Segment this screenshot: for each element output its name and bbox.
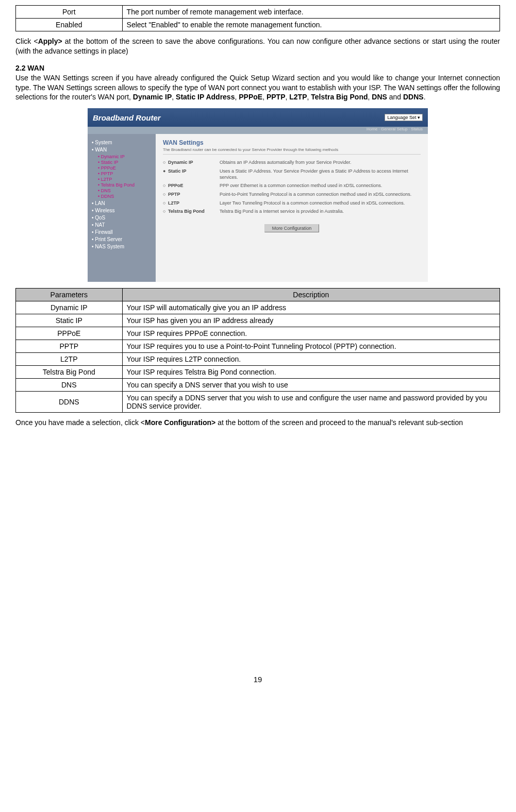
- wan-option-desc: Point-to-Point Tunneling Protocol is a c…: [220, 192, 421, 198]
- sidebar-item[interactable]: • System: [92, 140, 154, 145]
- wan-option-desc: Telstra Big Pond is a Internet service i…: [220, 209, 421, 215]
- sidebar-item[interactable]: • NAT: [92, 222, 154, 228]
- section-heading: 2.2 WAN: [15, 63, 500, 73]
- param-cell: PPTP: [16, 340, 123, 353]
- param-cell: DDNS: [16, 392, 123, 413]
- wan-option-desc: Layer Two Tunneling Protocol is a common…: [220, 200, 421, 207]
- wan-intro-paragraph: Use the WAN Settings screen if you have …: [15, 73, 500, 103]
- wan-option-row: ○ Telstra Big Pond Telstra Big Pond is a…: [163, 209, 421, 215]
- table-row: Dynamic IPYour ISP will automatically gi…: [16, 301, 500, 314]
- wan-option-row: ○ PPTP Point-to-Point Tunneling Protocol…: [163, 192, 421, 198]
- screenshot-main: WAN Settings The Broadband router can be…: [156, 134, 428, 282]
- wan-option-desc: Obtains an IP Address automatically from…: [220, 160, 421, 166]
- desc-cell: Your ISP has given you an IP address alr…: [122, 314, 500, 327]
- sidebar-subitem[interactable]: • L2TP: [98, 177, 154, 182]
- wan-option-label: Static IP: [168, 168, 220, 174]
- radio-icon[interactable]: ○: [163, 183, 168, 188]
- table-row: DDNSYou can specify a DDNS server that y…: [16, 392, 500, 413]
- sidebar-subitem[interactable]: • DNS: [98, 188, 154, 193]
- wan-option-row: ● Static IP Uses a Static IP Address. Yo…: [163, 168, 421, 180]
- param-cell: Port: [16, 6, 123, 19]
- wan-option-row: ○ L2TP Layer Two Tunneling Protocol is a…: [163, 200, 421, 207]
- sidebar-item[interactable]: • NAS System: [92, 244, 154, 249]
- sidebar-subitem[interactable]: • PPTP: [98, 171, 154, 176]
- sidebar-subitem[interactable]: • Static IP: [98, 160, 154, 165]
- header-parameters: Parameters: [16, 289, 123, 301]
- table-row: Port The port number of remote managemen…: [16, 6, 500, 19]
- screenshot-subheader: Home · General Setup · Status: [88, 127, 428, 134]
- header-description: Description: [122, 289, 500, 301]
- param-cell: L2TP: [16, 353, 123, 366]
- sidebar-subitem[interactable]: • Telstra Big Pond: [98, 182, 154, 188]
- param-cell: Dynamic IP: [16, 301, 123, 314]
- sidebar-item[interactable]: • LAN: [92, 200, 154, 206]
- wan-option-row: ○ PPPoE PPP over Ethernet is a common co…: [163, 183, 421, 189]
- sidebar-subitem[interactable]: • Dynamic IP: [98, 154, 154, 159]
- table-row: PPTPYour ISP requires you to use a Point…: [16, 340, 500, 353]
- table-row: Enabled Select "Enabled" to enable the r…: [16, 19, 500, 31]
- desc-cell: Your ISP will automatically give you an …: [122, 301, 500, 314]
- radio-icon[interactable]: ○: [163, 192, 168, 197]
- language-select[interactable]: Language Set ▾: [385, 114, 423, 121]
- radio-icon[interactable]: ○: [163, 209, 168, 214]
- parameter-table-wan: Parameters Description Dynamic IPYour IS…: [15, 288, 500, 413]
- desc-cell: You can specify a DDNS server that you w…: [122, 392, 500, 413]
- sidebar-item-wan[interactable]: • WAN: [92, 147, 154, 153]
- wan-option-desc: Uses a Static IP Address. Your Service P…: [220, 168, 421, 180]
- param-cell: DNS: [16, 379, 123, 392]
- sidebar-item[interactable]: • Wireless: [92, 208, 154, 213]
- wan-option-row: ○ Dynamic IP Obtains an IP Address autom…: [163, 160, 421, 166]
- sidebar-item[interactable]: • Print Server: [92, 236, 154, 242]
- screenshot-header: Broadband Router Language Set ▾: [88, 108, 428, 127]
- router-screenshot: Broadband Router Language Set ▾ Home · G…: [88, 108, 428, 282]
- sidebar-item[interactable]: • Firewall: [92, 229, 154, 235]
- radio-icon[interactable]: ○: [163, 160, 168, 165]
- page-number: 19: [15, 675, 500, 684]
- param-cell: Enabled: [16, 19, 123, 31]
- desc-cell: You can specify a DNS server that you wi…: [122, 379, 500, 392]
- wan-option-label: L2TP: [168, 200, 220, 206]
- desc-cell: Select "Enabled" to enable the remote ma…: [122, 19, 500, 31]
- apply-paragraph: Click <Apply> at the bottom of the scree…: [15, 37, 500, 56]
- sidebar-subitem[interactable]: • DDNS: [98, 194, 154, 199]
- wan-option-label: Dynamic IP: [168, 160, 220, 165]
- param-cell: Static IP: [16, 314, 123, 327]
- screenshot-sidebar: • System • WAN • Dynamic IP • Static IP …: [88, 134, 156, 282]
- wan-option-label: Telstra Big Pond: [168, 209, 220, 214]
- wan-option-desc: PPP over Ethernet is a common connection…: [220, 183, 421, 189]
- param-cell: Telstra Big Pond: [16, 366, 123, 379]
- table-row: Static IPYour ISP has given you an IP ad…: [16, 314, 500, 327]
- wan-option-label: PPPoE: [168, 183, 220, 188]
- sidebar-subitem[interactable]: • PPPoE: [98, 165, 154, 171]
- desc-cell: Your ISP requires PPPoE connection.: [122, 327, 500, 340]
- wan-settings-title: WAN Settings: [163, 139, 421, 146]
- wan-settings-subtitle: The Broadband router can be connected to…: [163, 147, 421, 155]
- table-header-row: Parameters Description: [16, 289, 500, 301]
- desc-cell: Your ISP requires L2TP connection.: [122, 353, 500, 366]
- desc-cell: The port number of remote management web…: [122, 6, 500, 19]
- table-row: L2TPYour ISP requires L2TP connection.: [16, 353, 500, 366]
- param-cell: PPPoE: [16, 327, 123, 340]
- table-row: Telstra Big PondYour ISP requires Telstr…: [16, 366, 500, 379]
- button-container: More Configuration: [163, 219, 421, 232]
- table-row: PPPoEYour ISP requires PPPoE connection.: [16, 327, 500, 340]
- more-configuration-paragraph: Once you have made a selection, click <M…: [15, 418, 500, 428]
- radio-icon[interactable]: ○: [163, 200, 168, 206]
- desc-cell: Your ISP requires Telstra Big Pond conne…: [122, 366, 500, 379]
- router-title: Broadband Router: [93, 113, 161, 122]
- sidebar-item[interactable]: • QoS: [92, 215, 154, 221]
- wan-option-label: PPTP: [168, 192, 220, 197]
- desc-cell: Your ISP requires you to use a Point-to-…: [122, 340, 500, 353]
- table-row: DNSYou can specify a DNS server that you…: [16, 379, 500, 392]
- more-configuration-button[interactable]: More Configuration: [264, 224, 320, 232]
- radio-icon[interactable]: ●: [163, 168, 168, 174]
- parameter-table-top: Port The port number of remote managemen…: [15, 5, 500, 31]
